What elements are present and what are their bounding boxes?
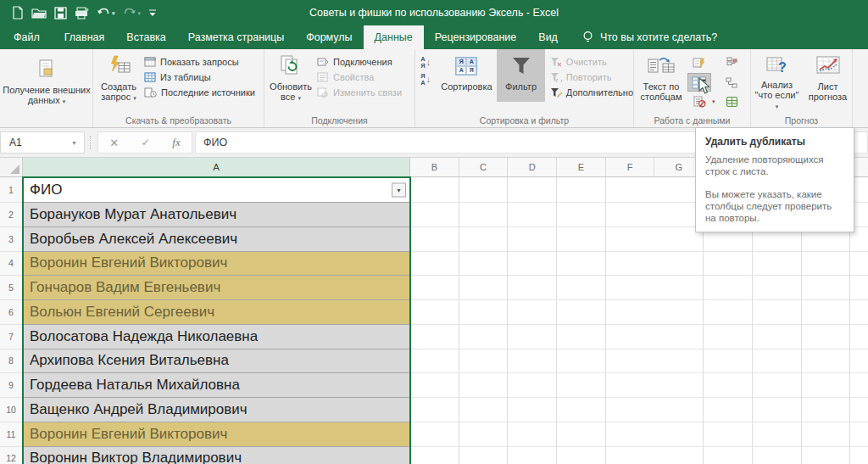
tab-data[interactable]: Данные — [364, 25, 424, 49]
tab-page-layout[interactable]: Разметка страницы — [177, 25, 295, 49]
table-row: 9Гордеева Наталья Михайловна — [0, 373, 868, 398]
what-if-analysis-button[interactable]: ? Анализ "что если" ▾ — [753, 49, 802, 112]
insert-function-icon[interactable]: fx — [172, 136, 180, 149]
tab-insert[interactable]: Вставка — [115, 25, 176, 49]
empty-cells[interactable] — [410, 325, 868, 349]
row-header[interactable]: 8 — [0, 349, 23, 374]
formula-value: ФИО — [203, 137, 227, 148]
column-header-e[interactable]: E — [557, 158, 606, 176]
tab-file[interactable]: Файл — [0, 25, 53, 49]
row-header[interactable]: 7 — [0, 325, 23, 349]
row-header[interactable]: 9 — [0, 373, 23, 398]
row-header[interactable]: 6 — [0, 300, 23, 325]
print-button[interactable] — [75, 7, 89, 20]
column-header-c[interactable]: C — [459, 158, 509, 176]
new-document-button[interactable] — [12, 6, 24, 20]
sort-descending-button[interactable]: ЯА ↓ — [420, 73, 431, 86]
tab-home[interactable]: Главная — [53, 25, 116, 49]
consolidate-button[interactable] — [721, 54, 743, 71]
cell[interactable]: Архипова Ксения Витальевна — [23, 349, 410, 374]
tooltip-text: Вы можете указать, какие столбцы следует… — [705, 188, 844, 224]
recent-sources-item[interactable]: Последние источники — [144, 87, 255, 98]
cancel-icon[interactable]: ✕ — [109, 137, 119, 149]
advanced-filter-item[interactable]: Дополнительно — [550, 87, 633, 98]
open-button[interactable] — [31, 7, 47, 19]
cell[interactable]: Гордеева Наталья Михайловна — [23, 373, 410, 398]
from-table-item[interactable]: Из таблицы — [144, 71, 255, 83]
cell[interactable]: Вольюн Евгений Сергеевич — [23, 300, 410, 325]
customize-qat-button[interactable] — [148, 9, 157, 17]
row-header[interactable]: 4 — [0, 252, 23, 277]
refresh-all-button[interactable]: Обновить все ▾ — [264, 49, 317, 112]
redo-button[interactable]: ▾ — [123, 7, 142, 19]
connections-item[interactable]: Подключения — [317, 56, 402, 68]
dropdown-arrow-icon: ▾ — [133, 95, 136, 101]
enter-icon[interactable]: ✓ — [142, 137, 150, 148]
properties-item[interactable]: Свойства — [317, 71, 402, 83]
column-header-f[interactable]: F — [606, 158, 655, 176]
tab-view[interactable]: Вид — [527, 25, 569, 49]
name-box[interactable]: A1 ▼ — [0, 131, 85, 154]
clear-filter-item[interactable]: Очистить — [550, 56, 633, 68]
empty-cells[interactable] — [410, 349, 868, 374]
empty-cells[interactable] — [410, 300, 868, 325]
empty-cells[interactable] — [410, 422, 868, 447]
row-header[interactable]: 11 — [0, 422, 23, 447]
edit-links-item[interactable]: Изменить связи — [317, 87, 402, 98]
empty-cells[interactable] — [410, 373, 868, 398]
save-button[interactable] — [54, 7, 67, 20]
manage-data-model-button[interactable] — [721, 93, 743, 110]
cell[interactable]: Борануков Мурат Анатольевич — [23, 203, 410, 227]
cell-a1[interactable]: ФИО ▼ — [23, 177, 410, 203]
empty-cells[interactable] — [410, 252, 868, 277]
item-label: Изменить связи — [333, 87, 402, 98]
filter-dropdown-button[interactable]: ▼ — [392, 182, 406, 197]
data-validation-button[interactable] — [688, 93, 710, 110]
cell[interactable]: Воробьев Алексей Алексеевич — [23, 227, 410, 252]
row-header[interactable]: 3 — [0, 227, 23, 252]
row-header[interactable]: 1 — [0, 177, 23, 203]
cell[interactable]: Воронин Евгений Викторович — [23, 252, 410, 277]
empty-cells[interactable] — [410, 398, 868, 422]
empty-cells[interactable] — [410, 276, 868, 300]
tab-review[interactable]: Рецензирование — [424, 25, 528, 49]
row-header[interactable]: 12 — [0, 447, 23, 464]
column-header-d[interactable]: D — [508, 158, 557, 176]
cell[interactable]: Волосатова Надежда Николаевна — [23, 325, 410, 349]
get-external-data-button[interactable]: Получение внешних данных ▾ — [0, 49, 93, 126]
row-header[interactable]: 5 — [0, 276, 23, 300]
text-to-columns-button[interactable]: Текст по столбцам — [634, 49, 688, 112]
column-header-a[interactable]: A — [23, 158, 410, 176]
sort-ascending-button[interactable]: АЯ ↓ — [420, 56, 431, 69]
cell[interactable]: Ващенко Андрей Владимирович — [23, 398, 410, 422]
sort-button[interactable]: ЯААЯ Сортировка — [437, 49, 498, 112]
relationships-button[interactable] — [721, 74, 743, 91]
row-header[interactable]: 10 — [0, 398, 23, 422]
flash-fill-button[interactable] — [688, 54, 710, 71]
filter-button[interactable]: Фильтр — [497, 49, 545, 102]
new-query-button[interactable]: Создать запрос ▾ — [93, 49, 144, 112]
open-folder-icon — [31, 7, 47, 19]
group-label: Прогноз — [751, 115, 852, 126]
reapply-filter-item[interactable]: Повторить — [550, 71, 633, 83]
table-row: 4Воронин Евгений Викторович — [0, 252, 868, 277]
cell-reference: A1 — [9, 137, 22, 148]
forecast-sheet-button[interactable]: Лист прогноза — [805, 49, 851, 112]
row-header[interactable]: 2 — [0, 203, 23, 227]
cell[interactable]: Воронин Виктор Владимирович — [23, 447, 410, 464]
new-query-icon — [107, 53, 131, 80]
name-box-dropdown-icon[interactable]: ▼ — [71, 140, 77, 146]
group-label: Подключения — [264, 115, 415, 126]
remove-duplicates-button[interactable] — [688, 74, 710, 91]
cell[interactable]: Гончаров Вадим Евгеньевич — [23, 276, 410, 300]
show-queries-item[interactable]: Показать запросы — [144, 56, 255, 68]
cell[interactable]: Воронин Евгений Викторович — [23, 422, 410, 447]
select-all-corner[interactable] — [0, 158, 23, 176]
column-header-b[interactable]: B — [410, 158, 459, 176]
empty-cells[interactable] — [410, 447, 868, 464]
undo-button[interactable]: ▾ — [97, 7, 115, 19]
data-validation-dropdown-icon[interactable]: ▾ — [712, 98, 715, 105]
get-external-data-icon — [36, 56, 58, 83]
tab-formulas[interactable]: Формулы — [295, 25, 363, 49]
tell-me-search[interactable]: Что вы хотите сделать? — [582, 25, 717, 49]
